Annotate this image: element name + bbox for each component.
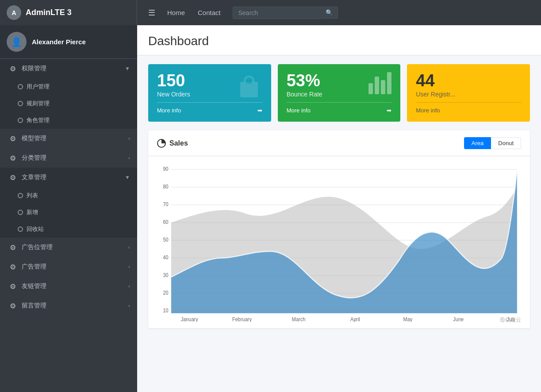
bounce-more-info-text: More info [287, 107, 387, 114]
user-name: Alexander Pierce [32, 38, 86, 46]
donut-button[interactable]: Donut [491, 137, 521, 149]
friendlink-label: 友链管理 [22, 282, 124, 290]
search-form: 🔍 [233, 7, 338, 19]
model-arrow: ‹ [128, 135, 130, 142]
dot-icon [18, 118, 23, 123]
dot-icon [18, 193, 23, 198]
list-label: 列表 [27, 192, 38, 200]
quanxian-label: 权限管理 [22, 65, 120, 73]
area-chart: 90 80 70 60 50 40 30 20 10 [157, 163, 521, 322]
search-input[interactable] [233, 7, 321, 19]
sidebar-submenu-quanxian: 用户管理 规则管理 角色管理 [0, 78, 137, 129]
sidebar-item-trash[interactable]: 回收站 [0, 221, 137, 238]
category-arrow: ‹ [128, 155, 130, 161]
sidebar-header-quanxian[interactable]: ⚙ 权限管理 ▼ [0, 59, 137, 78]
article-icon: ⚙ [8, 173, 17, 182]
navbar-nav: ☰ Home Contact 🔍 [137, 5, 541, 20]
sidebar-item-list[interactable]: 列表 [0, 187, 137, 204]
model-icon: ⚙ [8, 134, 17, 143]
sidebar-header-adslot[interactable]: ⚙ 广告位管理 ‹ [0, 238, 137, 257]
sidebar-item-quanxian[interactable]: ⚙ 权限管理 ▼ 用户管理 规则管理 角色管理 [0, 59, 137, 129]
message-label: 留言管理 [22, 302, 124, 310]
sidebar-header-model[interactable]: ⚙ 模型管理 ‹ [0, 129, 137, 148]
dot-icon [18, 84, 23, 89]
sidebar-item-message[interactable]: ⚙ 留言管理 ‹ [0, 296, 137, 315]
adslot-arrow: ‹ [128, 244, 130, 250]
svg-text:80: 80 [163, 184, 168, 190]
users-more-info-text: More info [416, 107, 521, 114]
info-box-bounce: 53% Bounce Rate More info ➡ [278, 64, 401, 122]
article-arrow: ▼ [125, 174, 130, 181]
search-button[interactable]: 🔍 [321, 7, 338, 19]
article-label: 文章管理 [22, 173, 120, 181]
nav-home-link[interactable]: Home [162, 5, 190, 20]
svg-text:June: June [453, 317, 464, 322]
bounce-arrow-icon: ➡ [387, 107, 391, 114]
ad-icon: ⚙ [8, 262, 17, 271]
user-mgmt-label: 用户管理 [27, 83, 50, 91]
orders-more-info-text: More info [157, 107, 257, 114]
content-body: 150 New Orders More info ➡ [137, 55, 541, 337]
sidebar-header-category[interactable]: ⚙ 分类管理 ‹ [0, 148, 137, 168]
sales-card: Sales Area Donut 90 80 70 60 50 40 [148, 131, 530, 328]
svg-text:60: 60 [163, 219, 168, 225]
sales-card-header: Sales Area Donut [148, 131, 530, 156]
bag-icon [236, 72, 262, 107]
users-label: User Registr... [416, 91, 521, 98]
ad-arrow: ‹ [128, 264, 130, 270]
quanxian-arrow: ▼ [125, 65, 130, 72]
sidebar-header-friendlink[interactable]: ⚙ 友链管理 ‹ [0, 277, 137, 296]
sidebar-item-add[interactable]: 新增 [0, 204, 137, 221]
nav-contact-link[interactable]: Contact [192, 5, 226, 20]
pie-chart-icon [157, 139, 166, 148]
sidebar-item-role-mgmt[interactable]: 角色管理 [0, 112, 137, 129]
sidebar-header-article[interactable]: ⚙ 文章管理 ▼ [0, 168, 137, 187]
area-button[interactable]: Area [464, 137, 491, 149]
adslot-label: 广告位管理 [22, 243, 124, 251]
sidebar-item-ad[interactable]: ⚙ 广告管理 ‹ [0, 257, 137, 277]
category-icon: ⚙ [8, 154, 17, 162]
user-avatar: 👤 [7, 32, 27, 52]
sidebar-submenu-article: 列表 新增 回收站 [0, 187, 137, 238]
adslot-icon: ⚙ [8, 243, 17, 252]
add-label: 新增 [27, 208, 38, 216]
svg-rect-1 [246, 80, 252, 84]
sidebar-item-rule-mgmt[interactable]: 规则管理 [0, 95, 137, 112]
sidebar-header-ad[interactable]: ⚙ 广告管理 ‹ [0, 257, 137, 277]
svg-rect-0 [240, 82, 258, 97]
chart-container: 90 80 70 60 50 40 30 20 10 [148, 156, 530, 328]
chart-toggle-group: Area Donut [464, 137, 521, 149]
svg-text:70: 70 [163, 202, 168, 208]
content-header: Dashboard [137, 25, 541, 55]
sidebar-item-adslot[interactable]: ⚙ 广告位管理 ‹ [0, 238, 137, 257]
sidebar-item-model[interactable]: ⚙ 模型管理 ‹ [0, 129, 137, 148]
page-wrapper: 👤 Alexander Pierce ⚙ 权限管理 ▼ 用户管理 [0, 25, 541, 392]
info-box-users: 44 User Registr... More info [407, 64, 530, 122]
brand-avatar: A [7, 5, 21, 20]
svg-text:May: May [403, 317, 413, 322]
friendlink-icon: ⚙ [8, 282, 17, 291]
sidebar-toggle-button[interactable]: ☰ [144, 6, 160, 20]
bounce-more-info[interactable]: More info ➡ [287, 102, 392, 114]
rule-mgmt-label: 规则管理 [27, 100, 50, 108]
sidebar-item-user-mgmt[interactable]: 用户管理 [0, 78, 137, 95]
info-box-orders: 150 New Orders More info ➡ [148, 64, 271, 122]
sidebar-header-message[interactable]: ⚙ 留言管理 ‹ [0, 296, 137, 315]
users-more-info[interactable]: More info [416, 102, 521, 114]
sidebar-user-panel: 👤 Alexander Pierce [0, 25, 137, 59]
dot-icon [18, 101, 23, 106]
svg-text:10: 10 [163, 308, 168, 314]
dot-icon [18, 210, 23, 215]
model-label: 模型管理 [22, 135, 124, 142]
ad-label: 广告管理 [22, 263, 124, 271]
sidebar-item-article[interactable]: ⚙ 文章管理 ▼ 列表 新增 回收站 [0, 168, 137, 238]
sidebar: 👤 Alexander Pierce ⚙ 权限管理 ▼ 用户管理 [0, 25, 137, 392]
sidebar-item-friendlink[interactable]: ⚙ 友链管理 ‹ [0, 277, 137, 296]
svg-text:40: 40 [163, 255, 168, 261]
sidebar-item-category[interactable]: ⚙ 分类管理 ‹ [0, 148, 137, 168]
trash-label: 回收站 [27, 225, 44, 233]
svg-text:January: January [181, 317, 198, 322]
info-boxes-row: 150 New Orders More info ➡ [148, 64, 530, 122]
message-icon: ⚙ [8, 301, 17, 310]
svg-text:90: 90 [163, 166, 168, 172]
